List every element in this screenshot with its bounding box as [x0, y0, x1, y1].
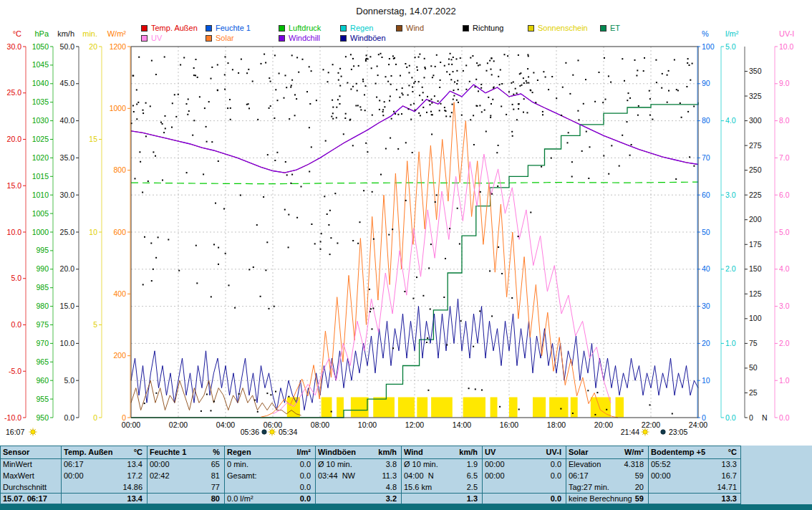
sunset-time-label: 21:44 [621, 428, 639, 436]
axis-tick-label: 990 [36, 264, 49, 273]
sunrise-time-label: 05:34 [279, 428, 297, 436]
axis-tick-label: 15 [89, 135, 97, 143]
axis-tick-label: 225 [749, 191, 762, 199]
axis-tick-label: 1010 [32, 191, 49, 199]
axis-tick-label: 800 [113, 165, 126, 174]
axis-tick-label: 75 [749, 339, 758, 347]
legend-item-uv: UV [141, 33, 206, 43]
legend-label: Regen [350, 24, 373, 32]
axis-tick-label: 1015 [32, 172, 49, 181]
legend-swatch [279, 35, 285, 42]
legend-label: Wind [406, 24, 424, 32]
legend-label: ET [610, 24, 620, 32]
axis-unit-label: W/m² [107, 29, 127, 38]
axis-tick-label: 300 [749, 116, 762, 125]
axis-tick-label: 975 [36, 320, 49, 329]
sunrise-icon [268, 428, 276, 436]
legend-swatch [600, 25, 606, 32]
axis-tick-label: 980 [36, 302, 49, 310]
axis-tick-label: 150 [749, 264, 762, 273]
axis-tick-label: 25 [749, 388, 758, 397]
axis-km/h: km/h50.045.040.035.030.025.020.015.010.0… [57, 29, 79, 422]
axis-tick-label: 275 [749, 141, 762, 150]
legend-item-richtung: Richtung [463, 23, 528, 33]
axis-tick-label: 970 [36, 339, 49, 347]
axis-tick-label: 0 [93, 413, 97, 422]
legend-item-temp-au-en: Temp. Außen [141, 23, 206, 33]
legend-label: Richtung [473, 24, 503, 32]
axis-tick-label: 350 [749, 67, 762, 75]
x-tick-label: 14:00 [453, 420, 471, 429]
x-tick-label: 10:00 [358, 420, 377, 429]
legend-item-et: ET [600, 23, 633, 33]
legend-label: UV [151, 34, 162, 42]
legend-item-wind: Wind [396, 23, 463, 33]
axis-tick-label: 10.0 [779, 42, 794, 51]
axis-tick-label: 950 [36, 413, 49, 422]
axis-tick-label: 20 [702, 339, 710, 347]
legend-swatch [141, 35, 148, 42]
axis-tick-label: 955 [36, 395, 49, 403]
axis-tick-label: 1040 [32, 79, 49, 87]
axis-unit-label: min. [82, 29, 97, 38]
axis-tick-label: 125 [749, 289, 762, 298]
moon-icon [661, 430, 665, 434]
series-uv [273, 154, 611, 414]
axis-tick-label: 40 [702, 264, 710, 273]
axis-°C: °C30.025.020.015.010.05.00.0-5.0-10.0 [4, 29, 26, 422]
legend-swatch [340, 35, 347, 42]
axis-tick-label: 175 [749, 240, 762, 249]
axis-tick-label: 10.0 [7, 228, 22, 236]
sunrise-time-label: 05:36 [241, 428, 259, 436]
axis-tick-label: 4.0 [725, 116, 736, 125]
axis-tick-label: 1000 [110, 104, 127, 112]
axis-tick-label: 10.0 [60, 339, 75, 347]
axis-tick-label: 20 [89, 42, 97, 51]
axis-tick-label: 15.0 [7, 181, 22, 190]
legend-label: Windchill [289, 34, 320, 42]
axis-tick-label: 995 [36, 246, 49, 254]
axis-tick-label: 985 [36, 283, 49, 292]
axis-tick-label: 965 [36, 357, 49, 366]
axis-tick-label: 5.0 [64, 376, 74, 385]
axis-tick-label: 70 [702, 153, 710, 162]
axis-%: %1009080706050403020100 [697, 29, 715, 422]
axis-tick-label: 20.0 [7, 135, 22, 143]
date-title: Donnerstag, 14.07.2022 [0, 6, 812, 16]
axis-tick-label: 1.0 [725, 339, 736, 347]
weather-chart: °C30.025.020.015.010.05.00.0-5.0-10.0hPa… [0, 0, 812, 446]
window-bottom-border [0, 504, 812, 510]
legend-swatch [396, 25, 402, 32]
axis-tick-label: 3.0 [779, 302, 790, 310]
x-axis-labels: 00:0002:0004:0006:0008:0010:0012:0014:00… [122, 420, 707, 429]
axis-tick-label: 0.0 [725, 413, 736, 422]
axis-tick-label: -5.0 [9, 367, 21, 375]
axis-tick-label: 1200 [110, 42, 127, 51]
axis-tick-label: 30.0 [7, 42, 22, 51]
x-tick-label: 24:00 [689, 420, 707, 429]
axis-tick-label: 8.0 [779, 116, 790, 125]
axis-tick-label: 10 [89, 228, 97, 236]
axis-tick-label: 15.0 [60, 302, 75, 310]
legend-item-luftdruck: Luftdruck [279, 23, 340, 33]
axis-tick-label: 0.0 [11, 320, 21, 329]
axis-tick-label: 2.0 [779, 339, 790, 347]
legend-swatch [206, 35, 212, 42]
legend-swatch [279, 25, 285, 32]
series-solar [261, 102, 618, 418]
axis-tick-label: 40.0 [60, 116, 75, 125]
axis-W/m²: W/m²120010008006004002000 [107, 29, 130, 422]
x-tick-label: 00:00 [122, 420, 140, 429]
axis-tick-label: 90 [702, 79, 710, 87]
legend-item-solar: Solar [206, 33, 279, 43]
x-tick-label: 04:00 [216, 420, 235, 429]
axis-tick-label: 5.0 [779, 228, 790, 236]
sun-moon-annotations: 16:0705:3605:3421:4423:05 [6, 428, 687, 436]
axis-tick-label: 9.0 [779, 79, 790, 87]
axis-tick-label: 25.0 [7, 88, 22, 97]
axis-tick-label: 325 [749, 92, 762, 100]
x-tick-label: 18:00 [547, 420, 566, 429]
moon-icon [262, 430, 266, 434]
sun-icon [29, 428, 37, 436]
legend-item-windb-en: Windböen [340, 33, 396, 43]
